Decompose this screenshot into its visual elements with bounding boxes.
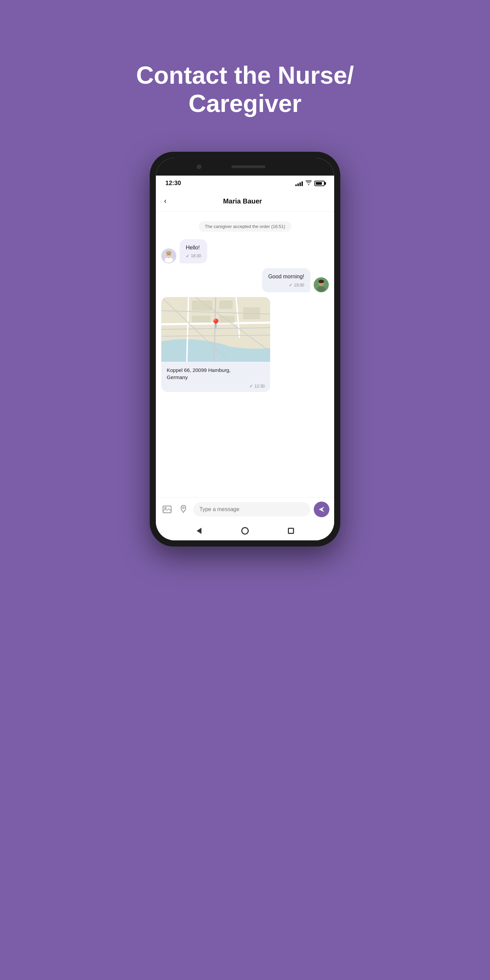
android-home-button[interactable] xyxy=(240,526,250,536)
bubble-morning: Good morning! ✓ 19:00 xyxy=(262,268,310,292)
svg-rect-27 xyxy=(163,506,171,513)
status-bar: 12:30 xyxy=(156,176,334,191)
map-time: ✓ 12:30 xyxy=(167,383,265,388)
chat-title: Maria Bauer xyxy=(172,197,313,205)
map-pin: 📍 xyxy=(210,318,222,329)
send-button[interactable] xyxy=(314,501,329,517)
svg-point-3 xyxy=(166,251,172,255)
svg-point-11 xyxy=(318,281,324,283)
phone-mockup: 12:30 xyxy=(150,152,340,546)
svg-point-28 xyxy=(165,507,166,509)
bubble-text-hello: Hello! xyxy=(186,245,200,250)
bubble-time-hello: ✓ 18:30 xyxy=(186,253,201,259)
avatar-nurse xyxy=(161,248,176,263)
check-icon: ✓ xyxy=(186,253,189,259)
svg-rect-26 xyxy=(243,307,260,319)
system-message-text: The caregiver accepted the order (16:51) xyxy=(199,221,291,232)
map-bubble: 📍 Koppel 66, 20099 Hamburg,Germany ✓ 12:… xyxy=(161,297,270,392)
map-check-icon: ✓ xyxy=(250,383,253,388)
message-row-incoming-hello: Hello! ✓ 18:30 xyxy=(161,239,329,263)
map-image: 📍 xyxy=(161,297,270,362)
check-icon-2: ✓ xyxy=(289,282,293,288)
headline: Contact the Nurse/ Caregiver xyxy=(136,61,354,118)
map-svg xyxy=(161,297,270,362)
map-address-text: Koppel 66, 20099 Hamburg,Germany xyxy=(167,366,265,381)
svg-rect-23 xyxy=(219,301,233,309)
avatar-patient xyxy=(314,277,329,292)
svg-rect-24 xyxy=(192,316,211,323)
system-message: The caregiver accepted the order (16:51) xyxy=(199,221,291,232)
map-address: Koppel 66, 20099 Hamburg,Germany ✓ 12:30 xyxy=(161,362,270,392)
map-message-row: 📍 Koppel 66, 20099 Hamburg,Germany ✓ 12:… xyxy=(161,297,329,392)
input-area xyxy=(156,497,334,521)
message-input[interactable] xyxy=(193,502,310,517)
android-recent-button[interactable] xyxy=(286,526,296,536)
svg-point-29 xyxy=(183,507,185,508)
android-back-button[interactable] xyxy=(194,526,204,536)
wifi-icon xyxy=(305,180,312,186)
phone-speaker xyxy=(231,165,266,168)
app-header: ‹ Maria Bauer xyxy=(156,191,334,212)
message-row-outgoing-morning: Good morning! ✓ 19:00 xyxy=(161,268,329,292)
phone-camera xyxy=(197,164,202,169)
phone-body: 12:30 xyxy=(150,152,340,546)
battery-icon xyxy=(314,181,325,186)
bubble-time-morning: ✓ 19:00 xyxy=(268,282,304,288)
svg-point-8 xyxy=(317,286,325,292)
svg-point-1 xyxy=(165,257,173,263)
phone-screen: 12:30 xyxy=(156,158,334,540)
image-attachment-button[interactable] xyxy=(161,503,173,516)
svg-rect-22 xyxy=(192,301,212,311)
bubble-text-morning: Good morning! xyxy=(268,274,304,279)
back-button[interactable]: ‹ xyxy=(164,197,166,205)
location-button[interactable] xyxy=(177,503,190,516)
status-time: 12:30 xyxy=(165,180,181,187)
android-nav-bar xyxy=(156,521,334,540)
status-icons xyxy=(295,180,325,186)
signal-icon xyxy=(295,181,303,186)
bubble-hello: Hello! ✓ 18:30 xyxy=(180,239,207,263)
page-title: Contact the Nurse/ Caregiver xyxy=(123,30,368,118)
chat-area: The caregiver accepted the order (16:51) xyxy=(156,212,334,497)
phone-hardware-bar xyxy=(156,158,334,176)
